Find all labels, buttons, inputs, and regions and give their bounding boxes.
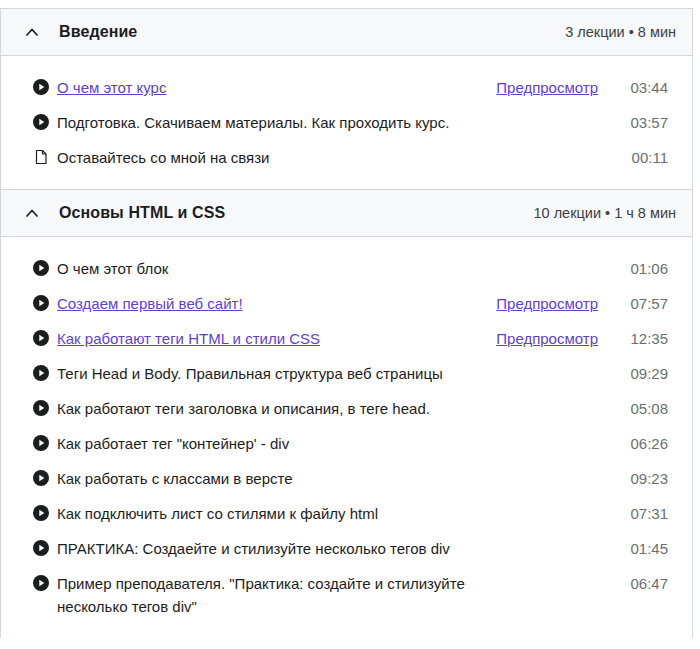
lecture-title-wrap: Как подключить лист со стилями к файлу h… [57, 502, 598, 525]
lecture-row: Теги Head и Body. Правильная структура в… [1, 356, 692, 391]
play-icon [33, 505, 49, 521]
section-body: О чем этот курс Предпросмотр 03:44 Подго… [1, 56, 692, 189]
section-header[interactable]: Основы HTML и CSS 10 лекции • 1 ч 8 мин [1, 189, 692, 237]
document-icon [33, 149, 49, 165]
play-icon [33, 365, 49, 381]
lecture-title: Как работают теги заголовка и описания, … [57, 397, 430, 420]
lecture-duration: 06:26 [624, 432, 668, 455]
lecture-duration: 01:06 [624, 257, 668, 280]
lecture-title-wrap: О чем этот блок [57, 257, 598, 280]
lecture-row: Как работают теги HTML и стили CSS Предп… [1, 321, 692, 356]
preview-link[interactable]: Предпросмотр [496, 327, 598, 350]
play-icon [33, 400, 49, 416]
lecture-row: Как работать с классами в версте 09:23 [1, 461, 692, 496]
lecture-duration: 12:35 [624, 327, 668, 350]
lecture-row: Создаем первый веб сайт! Предпросмотр 07… [1, 286, 692, 321]
lecture-title[interactable]: О чем этот курс [57, 76, 166, 99]
lecture-row: О чем этот курс Предпросмотр 03:44 [1, 70, 692, 105]
preview-link[interactable]: Предпросмотр [496, 292, 598, 315]
lecture-row: О чем этот блок 01:06 [1, 251, 692, 286]
section-meta: 3 лекции • 8 мин [565, 24, 676, 40]
lecture-row: Пример преподавателя. "Практика: создайт… [1, 566, 692, 624]
lecture-title-wrap: Как работают теги HTML и стили CSS [57, 327, 496, 350]
play-icon [33, 260, 49, 276]
lecture-duration: 06:47 [624, 572, 668, 595]
play-icon [33, 435, 49, 451]
lecture-title: Теги Head и Body. Правильная структура в… [57, 362, 443, 385]
section-header[interactable]: Введение 3 лекции • 8 мин [1, 8, 692, 56]
lecture-row: Как работают теги заголовка и описания, … [1, 391, 692, 426]
lecture-title: Оставайтесь со мной на связи [57, 146, 269, 169]
play-icon [33, 295, 49, 311]
chevron-up-icon [25, 27, 39, 37]
lecture-title: Как работает тег "контейнер' - div [57, 432, 289, 455]
section-title: Основы HTML и CSS [59, 204, 225, 222]
lecture-duration: 07:31 [624, 502, 668, 525]
lecture-duration: 03:57 [624, 111, 668, 134]
lecture-title-wrap: Пример преподавателя. "Практика: создайт… [57, 572, 598, 618]
lecture-row: Подготовка. Скачиваем материалы. Как про… [1, 105, 692, 140]
lecture-title-wrap: Теги Head и Body. Правильная структура в… [57, 362, 598, 385]
lecture-title-wrap: ПРАКТИКА: Создаейте и стилизуйте несколь… [57, 537, 598, 560]
lecture-title: Как подключить лист со стилями к файлу h… [57, 502, 378, 525]
curriculum: Введение 3 лекции • 8 мин О чем этот кур… [0, 8, 693, 638]
lecture-row: ПРАКТИКА: Создаейте и стилизуйте несколь… [1, 531, 692, 566]
lecture-title: Как работать с классами в версте [57, 467, 293, 490]
lecture-title[interactable]: Создаем первый веб сайт! [57, 292, 243, 315]
lecture-title: О чем этот блок [57, 257, 168, 280]
lecture-row: Как подключить лист со стилями к файлу h… [1, 496, 692, 531]
lecture-title-wrap: Как работает тег "контейнер' - div [57, 432, 598, 455]
section-body: О чем этот блок 01:06 Создаем первый веб… [1, 237, 692, 638]
lecture-duration: 00:11 [624, 146, 668, 169]
play-icon [33, 470, 49, 486]
lecture-duration: 07:57 [624, 292, 668, 315]
lecture-title-wrap: Создаем первый веб сайт! [57, 292, 496, 315]
lecture-title: Подготовка. Скачиваем материалы. Как про… [57, 111, 449, 134]
lecture-row: Как работает тег "контейнер' - div 06:26 [1, 426, 692, 461]
play-icon [33, 540, 49, 556]
lecture-duration: 09:29 [624, 362, 668, 385]
lecture-title-wrap: О чем этот курс [57, 76, 496, 99]
lecture-title-wrap: Оставайтесь со мной на связи [57, 146, 598, 169]
play-icon [33, 79, 49, 95]
lecture-title-wrap: Подготовка. Скачиваем материалы. Как про… [57, 111, 598, 134]
curriculum-section: Введение 3 лекции • 8 мин О чем этот кур… [1, 8, 692, 189]
lecture-title-wrap: Как работают теги заголовка и описания, … [57, 397, 598, 420]
lecture-row: Оставайтесь со мной на связи 00:11 [1, 140, 692, 175]
lecture-duration: 01:45 [624, 537, 668, 560]
lecture-title: Пример преподавателя. "Практика: создайт… [57, 572, 497, 618]
lecture-duration: 05:08 [624, 397, 668, 420]
preview-link[interactable]: Предпросмотр [496, 76, 598, 99]
lecture-duration: 09:23 [624, 467, 668, 490]
curriculum-section: Основы HTML и CSS 10 лекции • 1 ч 8 мин … [1, 189, 692, 638]
section-title: Введение [59, 23, 137, 41]
chevron-up-icon [25, 208, 39, 218]
play-icon [33, 114, 49, 130]
lecture-title: ПРАКТИКА: Создаейте и стилизуйте несколь… [57, 537, 450, 560]
play-icon [33, 575, 49, 591]
lecture-title[interactable]: Как работают теги HTML и стили CSS [57, 327, 320, 350]
section-meta: 10 лекции • 1 ч 8 мин [533, 205, 676, 221]
lecture-title-wrap: Как работать с классами в версте [57, 467, 598, 490]
play-icon [33, 330, 49, 346]
lecture-duration: 03:44 [624, 76, 668, 99]
